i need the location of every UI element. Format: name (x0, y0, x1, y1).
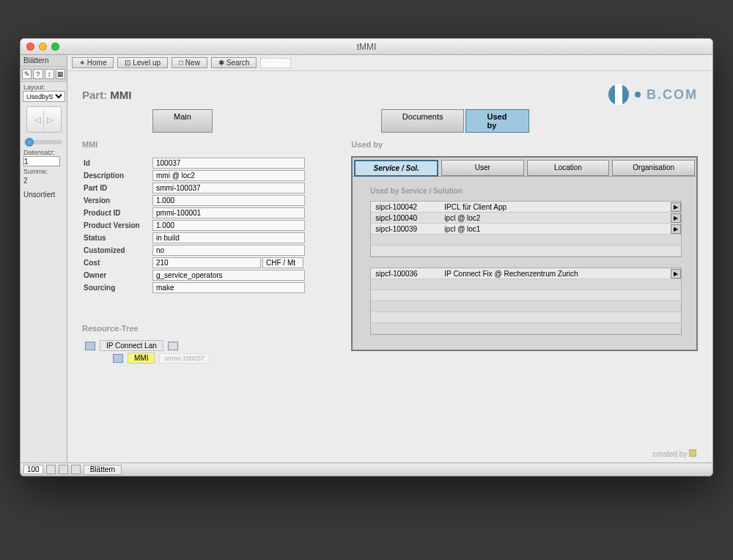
sb-icon-1[interactable] (46, 465, 56, 474)
tree-node-mmi-id: smmi-100037 (159, 353, 210, 364)
app-window: tMMI Blättern ✎ ? ↕ ▦ Layout: UsedbySe ◁… (20, 38, 713, 476)
sb-mode-tab[interactable]: Blättern (84, 465, 122, 475)
tab-service[interactable]: Service / Sol. (354, 160, 438, 177)
levelup-button[interactable]: ⊡ Level up (117, 57, 168, 68)
page-title: Part: MMI (82, 89, 132, 101)
new-button[interactable]: □ New (172, 57, 207, 68)
tool-sort-icon[interactable]: ↕ (45, 69, 54, 79)
list-item: sipcl-100042IPCL für Client App▶ (371, 202, 681, 213)
creator-icon (689, 449, 696, 457)
mode-label: Blättern (21, 55, 67, 67)
layout-label: Layout: (21, 82, 67, 91)
sum-value: 2 (21, 175, 67, 186)
field-cost-unit: CHF / Mt (262, 257, 303, 268)
field-partid[interactable]: smmi-100037 (152, 183, 305, 194)
created-by: created by (653, 449, 696, 458)
next-record-icon[interactable]: ▷ (47, 115, 53, 125)
list-item: sipcl-100039ipcl @ loc1▶ (371, 224, 681, 235)
brand-logo: B.COM (608, 84, 698, 105)
window-title: tMMI (21, 42, 712, 52)
usedby-list-1: sipcl-100042IPCL für Client App▶ sipcl-1… (370, 201, 682, 257)
field-cost[interactable]: 210 (152, 257, 261, 268)
zoom-value[interactable]: 100 (23, 465, 43, 474)
goto-icon[interactable]: ▶ (671, 269, 681, 279)
tab-usedby[interactable]: Used by (465, 109, 529, 133)
app-toolbar: ✶ Home ⊡ Level up □ New ✱ Search (67, 55, 712, 71)
search-button[interactable]: ✱ Search (211, 57, 257, 68)
statusbar: 100 Blättern (21, 463, 712, 476)
list-item: sipcl-100040ipcl @ loc2▶ (371, 213, 681, 224)
tab-main[interactable]: Main (152, 109, 213, 133)
record-label: Datensatz: (21, 147, 67, 156)
field-productversion[interactable]: 1.000 (152, 220, 305, 231)
filemaker-sidebar: Blättern ✎ ? ↕ ▦ Layout: UsedbySe ◁ ▷ Da… (21, 55, 67, 463)
sum-label: Summe: (21, 166, 67, 175)
prev-record-icon[interactable]: ◁ (34, 115, 40, 125)
record-book[interactable]: ◁ ▷ (26, 106, 62, 133)
sb-icon-2[interactable] (59, 465, 68, 474)
resource-tree-header: Resource-Tree (82, 324, 338, 333)
field-owner[interactable]: g_service_operators (152, 270, 305, 281)
part-details-form: Id100037 Descriptionmmi @ loc2 Part IDsm… (82, 156, 338, 295)
tab-organisation[interactable]: Organisation (612, 160, 695, 176)
search-input[interactable] (260, 58, 291, 68)
field-id[interactable]: 100037 (152, 158, 305, 169)
tab-user[interactable]: User (441, 160, 524, 176)
tree-node-ipconnectlan[interactable]: IP Connect Lan (100, 340, 163, 351)
goto-icon[interactable]: ▶ (671, 224, 681, 234)
tab-documents[interactable]: Documents (381, 109, 465, 133)
tool-find-icon[interactable]: ? (33, 69, 43, 79)
logo-icon (608, 84, 629, 105)
tool-preview-icon[interactable]: ▦ (56, 69, 65, 79)
link-icon[interactable] (168, 342, 178, 350)
sort-status: Unsortiert (21, 189, 67, 200)
section-mmi-header: MMI (82, 140, 338, 149)
tree-node-mmi[interactable]: MMI (128, 353, 155, 364)
field-status[interactable]: in build (152, 232, 305, 243)
field-customized[interactable]: no (152, 245, 305, 256)
usedby-panel: Service / Sol. User Location Organisatio… (351, 156, 698, 351)
tab-location[interactable]: Location (527, 160, 610, 176)
tool-edit-icon[interactable]: ✎ (22, 69, 32, 79)
field-version[interactable]: 1.000 (152, 195, 305, 206)
layout-select[interactable]: UsedbySe (23, 91, 65, 102)
usedby-subheader: Used by Service / Solution (370, 187, 696, 195)
goto-icon[interactable]: ▶ (671, 213, 681, 223)
usedby-list-2: sipcf-100036IP Connect Fix @ Rechenzentr… (370, 268, 682, 335)
field-productid[interactable]: pmmi-100001 (152, 207, 305, 218)
record-slider[interactable] (25, 140, 62, 144)
goto-icon[interactable]: ▶ (671, 202, 681, 212)
list-item: sipcf-100036IP Connect Fix @ Rechenzentr… (371, 268, 681, 279)
titlebar: tMMI (21, 39, 712, 55)
field-sourcing[interactable]: make (152, 282, 305, 293)
cube-icon (85, 342, 95, 350)
field-description[interactable]: mmi @ loc2 (152, 170, 305, 181)
cube-icon (113, 354, 123, 363)
record-input[interactable] (23, 156, 60, 166)
section-usedby-header: Used by (351, 140, 698, 149)
home-button[interactable]: ✶ Home (72, 57, 114, 68)
sb-icon-3[interactable] (71, 465, 81, 474)
